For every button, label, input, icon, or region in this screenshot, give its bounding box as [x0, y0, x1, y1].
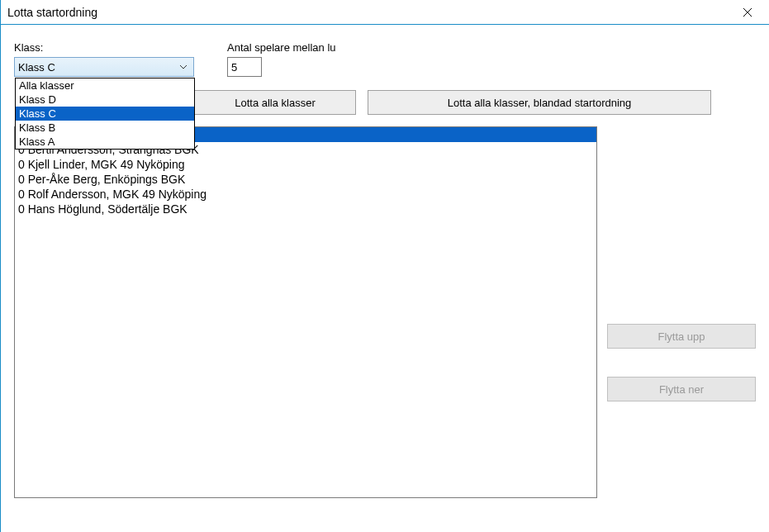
klass-dropdown-value: Klass C: [18, 61, 177, 74]
list-item[interactable]: 0 Per-Åke Berg, Enköpings BGK: [15, 172, 596, 187]
top-row: Klass: Klass C Alla klasserKlass DKlass …: [14, 41, 756, 77]
close-button[interactable]: [729, 0, 766, 25]
player-listbox[interactable]: 0 Bertil Andersson, Strängnäs BGK0 Kjell…: [14, 126, 597, 498]
antal-field-group: Antal spelare mellan lu: [227, 41, 336, 77]
list-item[interactable]: 0 Rolf Andersson, MGK 49 Nyköping: [15, 187, 596, 202]
close-icon: [743, 7, 752, 17]
flytta-ner-button[interactable]: Flytta ner: [607, 377, 756, 401]
klass-option[interactable]: Klass B: [16, 121, 194, 135]
lotta-blandad-button[interactable]: Lotta alla klasser, blandad startordning: [368, 90, 711, 115]
content-area: Klass: Klass C Alla klasserKlass DKlass …: [1, 25, 769, 532]
klass-dropdown[interactable]: Klass C Alla klasserKlass DKlass CKlass …: [14, 57, 194, 77]
klass-option[interactable]: Klass D: [16, 93, 194, 107]
chevron-down-icon: [177, 64, 190, 69]
lotta-alla-button[interactable]: Lotta alla klasser: [194, 90, 356, 115]
klass-label: Klass:: [14, 41, 194, 54]
list-item[interactable]: 0 Hans Höglund, Södertälje BGK: [15, 202, 596, 216]
klass-field-group: Klass: Klass C Alla klasserKlass DKlass …: [14, 41, 194, 77]
window: Lotta startordning Klass: Klass C Alla k…: [0, 0, 769, 532]
list-item[interactable]: 0 Kjell Linder, MGK 49 Nyköping: [15, 157, 596, 172]
antal-input[interactable]: [227, 57, 262, 77]
flytta-upp-button[interactable]: Flytta upp: [607, 324, 756, 349]
titlebar: Lotta startordning: [1, 0, 769, 25]
side-buttons: Flytta upp Flytta ner: [607, 324, 756, 401]
klass-option[interactable]: Klass A: [16, 135, 194, 149]
antal-label: Antal spelare mellan lu: [227, 41, 336, 54]
klass-dropdown-list[interactable]: Alla klasserKlass DKlass CKlass BKlass A: [15, 78, 195, 150]
klass-option[interactable]: Alla klasser: [16, 78, 194, 93]
klass-option[interactable]: Klass C: [16, 107, 194, 121]
window-title: Lotta startordning: [7, 6, 97, 19]
